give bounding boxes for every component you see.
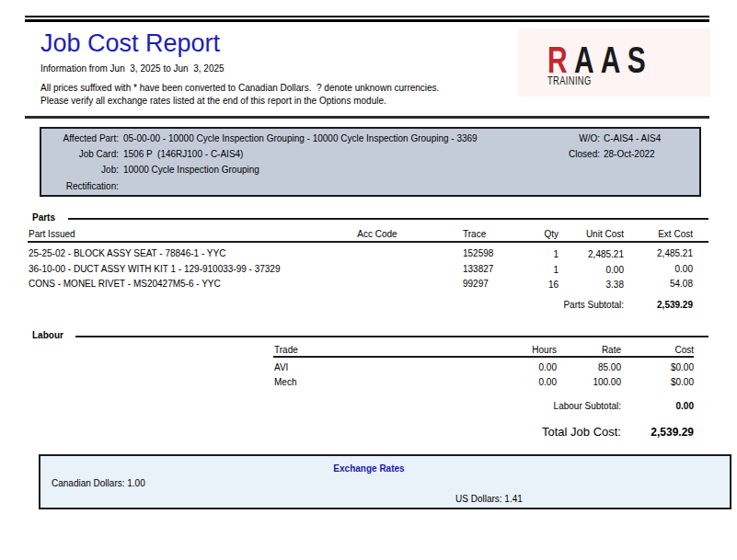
part-issued-cell: CONS - MONEL RIVET - MS20427M5-6 - YYC [29, 279, 221, 290]
ext-cost-cell: 0.00 [628, 264, 693, 275]
closed-label: Closed: [508, 149, 600, 160]
raas-logo-training-text: TRAINING [547, 74, 592, 87]
parts-header-qty: Qty [522, 229, 559, 240]
trade-cell: Mech [274, 377, 296, 388]
labour-section-rule [75, 336, 708, 337]
trace-cell: 152598 [463, 248, 493, 259]
closed-value: 28-Oct-2022 [604, 149, 655, 160]
job-card-value: 1506 P (146RJ100 - C-AIS4) [123, 149, 243, 160]
labour-header-cost: Cost [648, 345, 694, 356]
report-date-range: Information from Jun 3, 2025 to Jun 3, 2… [40, 63, 225, 74]
qty-cell: 1 [522, 249, 559, 260]
unit-cost-cell: 2,485.21 [559, 249, 624, 260]
qty-cell: 16 [522, 280, 559, 291]
rate-cell: 100.00 [575, 377, 621, 388]
ext-cost-cell: 2,485.21 [628, 248, 693, 259]
parts-header-part-issued: Part Issued [29, 229, 75, 240]
cost-cell: $0.00 [648, 362, 694, 373]
parts-header-ext-cost: Ext Cost [638, 229, 693, 240]
top-double-rule [25, 16, 709, 22]
exchange-rate-usd: US Dollars: 1.41 [455, 494, 523, 505]
cost-cell: $0.00 [648, 377, 694, 388]
job-value: 10000 Cycle Inspection Grouping [123, 165, 259, 176]
rate-cell: 85.00 [575, 362, 621, 373]
raas-training-logo: RAAS TRAINING [518, 29, 710, 97]
part-issued-cell: 25-25-02 - BLOCK ASSY SEAT - 78846-1 - Y… [29, 248, 225, 259]
ext-cost-cell: 54.08 [628, 279, 693, 290]
parts-header-unit-cost: Unit Cost [569, 229, 624, 240]
labour-header-underline [273, 356, 694, 358]
job-cost-report-page: Job Cost Report Information from Jun 3, … [0, 0, 737, 560]
affected-part-label: Affected Part: [41, 133, 119, 144]
exchange-rates-panel: Exchange Rates Canadian Dollars: 1.00 US… [39, 454, 731, 509]
page-title: Job Cost Report [40, 29, 220, 57]
qty-cell: 1 [522, 265, 559, 276]
parts-header-trace: Trace [463, 229, 486, 240]
trace-cell: 99297 [463, 279, 489, 290]
report-note-verify: Please verify all exchange rates listed … [40, 96, 386, 107]
labour-section-label: Labour [32, 330, 63, 341]
report-note-currency: All prices suffixed with * have been con… [40, 83, 439, 94]
job-card-label: Job Card: [41, 149, 119, 160]
trace-cell: 133827 [463, 264, 493, 275]
unit-cost-cell: 0.00 [559, 265, 624, 276]
hours-cell: 0.00 [511, 362, 557, 373]
exchange-rates-title: Exchange Rates [40, 463, 697, 474]
trade-cell: AVI [274, 362, 288, 373]
labour-subtotal-label: Labour Subtotal: [529, 401, 621, 412]
parts-subtotal-value: 2,539.29 [628, 300, 693, 311]
parts-section-rule [68, 218, 708, 220]
wo-value: C-AIS4 - AIS4 [604, 133, 661, 144]
parts-header-acc-code: Acc Code [352, 229, 402, 240]
affected-part-value: 05-00-00 - 10000 Cycle Inspection Groupi… [123, 133, 478, 144]
rectification-label: Rectification: [41, 181, 119, 192]
header-separator-rule [25, 116, 709, 119]
total-job-cost-label: Total Job Cost: [483, 425, 621, 439]
hours-cell: 0.00 [511, 377, 557, 388]
total-job-cost-value: 2,539.29 [602, 426, 694, 439]
exchange-rate-cad: Canadian Dollars: 1.00 [52, 478, 145, 489]
parts-header-underline [28, 241, 708, 243]
unit-cost-cell: 3.38 [559, 280, 624, 291]
labour-subtotal-value: 0.00 [629, 401, 694, 412]
parts-section-label: Parts [32, 212, 55, 223]
part-issued-cell: 36-10-00 - DUCT ASSY WITH KIT 1 - 129-91… [29, 264, 280, 275]
labour-header-rate: Rate [575, 345, 621, 356]
job-label: Job: [41, 165, 119, 176]
job-info-panel: Affected Part: 05-00-00 - 10000 Cycle In… [40, 127, 701, 197]
labour-header-trade: Trade [274, 345, 298, 356]
parts-subtotal-label: Parts Subtotal: [532, 300, 624, 311]
labour-header-hours: Hours [511, 345, 557, 356]
wo-label: W/O: [508, 133, 600, 144]
